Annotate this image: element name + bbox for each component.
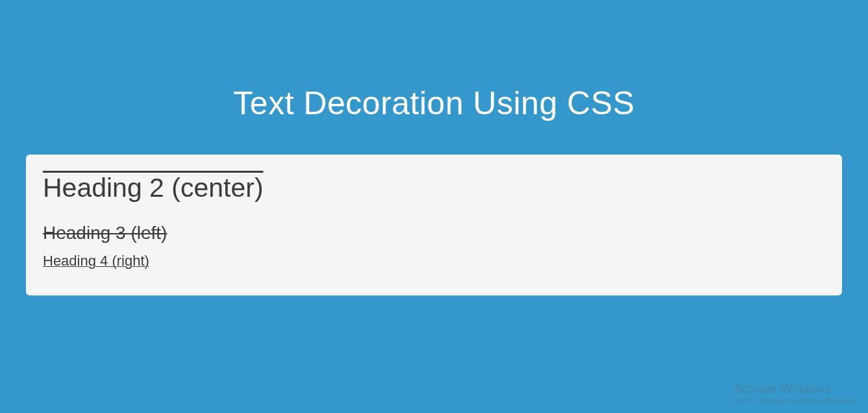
heading-underline: Heading 4 (right) bbox=[43, 253, 825, 269]
page-title: Text Decoration Using CSS bbox=[0, 0, 868, 155]
windows-activation-watermark: Activate Windows Go to Settings to activ… bbox=[734, 382, 856, 405]
heading-overline: Heading 2 (center) bbox=[43, 173, 264, 203]
watermark-subtitle: Go to Settings to activate Windows. bbox=[734, 396, 856, 405]
content-box: Heading 2 (center) Heading 3 (left) Head… bbox=[26, 155, 842, 295]
heading-line-through: Heading 3 (left) bbox=[43, 223, 825, 244]
watermark-title: Activate Windows bbox=[734, 382, 856, 396]
